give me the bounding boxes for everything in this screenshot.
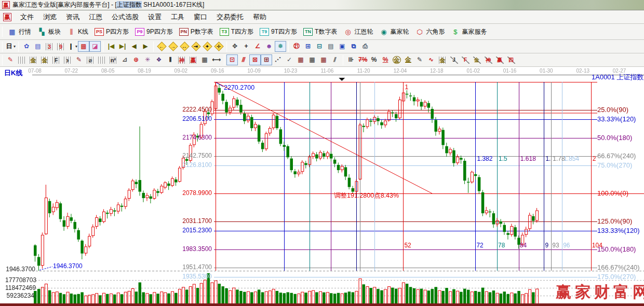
pattern-window-button[interactable]: ✿: [21, 41, 32, 52]
pan-left-button[interactable]: ←: [156, 41, 167, 52]
compass-cross-tool[interactable]: ⊕: [130, 54, 142, 65]
grid3-tool[interactable]: ▦: [318, 54, 329, 65]
mirror-angle-tool[interactable]: ⊿: [119, 54, 130, 65]
shen-ruler-tool[interactable]: 神: [176, 54, 187, 65]
p-square-button[interactable]: PSP四方形: [91, 26, 132, 38]
price-bars-tool[interactable]: ⊪: [345, 54, 357, 65]
hexagon-button[interactable]: ⬡六角形: [412, 26, 448, 38]
ray-fan-tool[interactable]: ⫻: [238, 54, 249, 65]
hatch-tool[interactable]: ⫽: [329, 54, 341, 65]
info-panel-button[interactable]: ▤: [32, 41, 44, 52]
f-lines-tool[interactable]: F: [50, 54, 62, 65]
strike-7pct-tool[interactable]: 7%: [357, 54, 368, 65]
t-number-table-button[interactable]: TNT数字表: [300, 26, 340, 38]
kline-canvas[interactable]: [0, 67, 644, 306]
p-number-table-button[interactable]: PNP数字表: [176, 26, 217, 38]
gold-pen-tool[interactable]: ✎: [414, 54, 425, 65]
menu-item-10[interactable]: 帮助: [248, 11, 271, 23]
circle-ruler-tool[interactable]: ⌀: [85, 54, 96, 65]
expand-all-button[interactable]: ✛: [213, 41, 224, 52]
color-chart-button[interactable]: ◪: [89, 41, 101, 52]
expand-horizontal-button[interactable]: ↔: [179, 41, 190, 52]
width-measure-tool[interactable]: ⟷: [210, 54, 222, 65]
chart-9-button[interactable]: 9: [55, 41, 66, 52]
prev-bar-button[interactable]: ◀: [128, 41, 140, 52]
f-angle-tool[interactable]: F: [460, 54, 471, 65]
zoom-center-button[interactable]: ✦: [202, 41, 213, 52]
gann-wheel-button[interactable]: ◎江恩轮: [340, 26, 376, 38]
last-bar-button[interactable]: ▶|: [117, 41, 128, 52]
trend-fan-tool[interactable]: ⋰: [272, 54, 284, 65]
menu-item-3[interactable]: 资讯: [61, 11, 84, 23]
sectors-button[interactable]: ▚板块: [34, 26, 64, 38]
wave-tool[interactable]: ∿: [425, 54, 437, 65]
menu-item-1[interactable]: 文件: [16, 11, 38, 23]
t-square-button[interactable]: T3T四方形: [217, 26, 257, 38]
winner-service-button[interactable]: $赢家服务: [448, 26, 490, 38]
lattice-window-button[interactable]: ▩: [78, 41, 89, 52]
ruler2-tool[interactable]: [96, 54, 108, 65]
analyst-button[interactable]: ☻: [263, 41, 275, 52]
first-bar-button[interactable]: |◀: [105, 41, 117, 52]
bar-pair-tool[interactable]: ⫴: [165, 54, 176, 65]
candle-style-icon: ❙: [67, 43, 75, 50]
calculator-button[interactable]: ⊞: [302, 41, 314, 52]
winner-wheel-button[interactable]: ◉赢家轮: [376, 26, 412, 38]
percent-line-tool[interactable]: %: [380, 54, 391, 65]
crosshair-button[interactable]: +: [240, 41, 252, 52]
numbered-grid-tool[interactable]: ▦: [199, 54, 210, 65]
gold-square2-tool[interactable]: 金: [39, 54, 50, 65]
gold-angle-tool[interactable]: 金: [471, 54, 482, 65]
compress-horizontal-button[interactable]: ⇥: [190, 41, 202, 52]
menu-item-7[interactable]: 工具: [166, 11, 189, 23]
pen2-tool[interactable]: ✎: [73, 54, 85, 65]
pan-right-button[interactable]: →: [167, 41, 179, 52]
bow-lines-tool[interactable]: ϶: [62, 54, 73, 65]
gold-square-tool[interactable]: 金: [28, 54, 39, 65]
candle-style-button[interactable]: ❙▾: [66, 41, 78, 52]
smart-brain-button[interactable]: ❅: [275, 41, 286, 52]
period-selector[interactable]: 日▾: [5, 41, 16, 52]
next-bar-button[interactable]: ▶: [140, 41, 151, 52]
box-select-tool[interactable]: ⊡: [226, 54, 238, 65]
web-box-tool[interactable]: ⊞: [261, 54, 272, 65]
menu-item-5[interactable]: 公式选股: [107, 11, 143, 23]
grid2-tool[interactable]: ▦: [306, 54, 318, 65]
si-angle-tool[interactable]: 四: [505, 54, 517, 65]
ruler-comb-tool[interactable]: [16, 54, 28, 65]
t9-square-button[interactable]: T99T四方形: [257, 26, 300, 38]
notepad-button[interactable]: ▤: [325, 41, 337, 52]
menu-item-6[interactable]: 设置: [143, 11, 166, 23]
square-web-tool[interactable]: ❖: [153, 54, 165, 65]
p9-square-button[interactable]: P99P四方形: [132, 26, 176, 38]
print-button[interactable]: ⎙: [359, 41, 371, 52]
menu-item-8[interactable]: 窗口: [189, 11, 212, 23]
j-angle-tool[interactable]: J: [448, 54, 460, 65]
ray-box-tool[interactable]: ⊠: [249, 54, 261, 65]
percent-tool[interactable]: %: [368, 54, 380, 65]
radiant-web-tool[interactable]: ✳: [142, 54, 153, 65]
grid1-tool[interactable]: ▦: [295, 54, 306, 65]
gold-bars-tool[interactable]: 金: [437, 54, 448, 65]
chart-3-button[interactable]: 3: [44, 41, 55, 52]
calculator2-button[interactable]: ⊟: [314, 41, 325, 52]
check-lines-tool[interactable]: ✓: [284, 54, 295, 65]
menu-item-4[interactable]: 江恩: [84, 11, 107, 23]
pan-hand-button[interactable]: ✥: [229, 41, 240, 52]
n2-ruler-tool[interactable]: n²: [108, 54, 119, 65]
toolbar-button-label: 9P四方形: [146, 27, 173, 36]
gold-line-tool[interactable]: 金: [403, 54, 414, 65]
shen-angle-tool[interactable]: 神: [482, 54, 494, 65]
ying-angle-tool[interactable]: 赢: [494, 54, 505, 65]
kline-button[interactable]: ⫼K线: [64, 26, 91, 38]
quotes-button[interactable]: ▦行情: [5, 26, 34, 38]
ying-ruler-tool[interactable]: 赢: [187, 54, 199, 65]
menu-item-2[interactable]: 浏览: [38, 11, 61, 23]
save-button[interactable]: ▣: [337, 41, 348, 52]
gold-circle-tool[interactable]: 金: [391, 54, 403, 65]
angle-measure-button[interactable]: ∠: [252, 41, 263, 52]
pen-tool[interactable]: ✎: [5, 54, 16, 65]
calendar-button[interactable]: ㉑: [291, 41, 302, 52]
capture-button[interactable]: ⧉: [348, 41, 359, 52]
menu-item-9[interactable]: 交易委托: [212, 11, 248, 23]
